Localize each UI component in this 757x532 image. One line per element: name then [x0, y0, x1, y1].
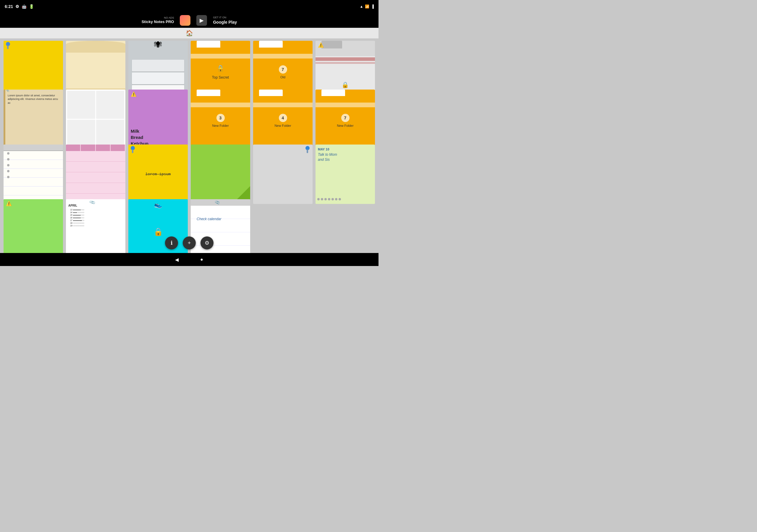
spider-icon: 🕷	[154, 41, 162, 49]
note-grid-white[interactable]	[66, 90, 125, 149]
note-green-torn[interactable]	[191, 144, 250, 204]
app-icon[interactable]	[180, 15, 191, 26]
settings-icon: ⚙	[15, 4, 19, 9]
pink-tab	[96, 144, 110, 151]
battery-icon: 🔋	[29, 4, 34, 9]
folder-label: Old	[280, 75, 285, 79]
hole	[335, 198, 337, 200]
cal-row: 19 ○○○○○○○○○	[68, 224, 84, 227]
info-button[interactable]: ℹ	[165, 236, 178, 250]
hole	[331, 198, 334, 200]
lock-icon: 🔒	[153, 227, 163, 236]
folder-stripe	[253, 54, 313, 59]
folder-new-3[interactable]: 3 New Folder	[191, 90, 250, 149]
cal-dots: ○○○○○○○○○	[73, 224, 84, 227]
home-button[interactable]: 🏠	[185, 28, 194, 38]
home-circle-button[interactable]: ●	[198, 256, 205, 263]
hole	[7, 176, 10, 178]
back-button[interactable]: ◀	[173, 256, 180, 263]
purple-text: Milk Bread Ketchup	[131, 128, 148, 147]
note-may[interactable]: MAY 10 Talk to Momand Sis	[316, 144, 375, 204]
cal-num: 19	[68, 224, 73, 227]
pink-tabs	[66, 144, 125, 151]
note-calendar[interactable]: 📎 APRIL 13 ●●●●●●○○○ 14 ●●●○○○○○○ 15 ●●●…	[66, 199, 125, 253]
cal-dots: ●●●○○○○○○	[73, 211, 84, 213]
folder-stripe	[191, 103, 250, 107]
google-play-label: Google Play	[213, 19, 237, 25]
hole	[317, 198, 320, 200]
get-it-on-label: GET IT ON	[213, 16, 226, 19]
folder-gray-tab-inner	[321, 41, 342, 48]
note-ruled[interactable]	[4, 144, 63, 204]
pink-line	[66, 183, 125, 193]
may-text: Talk to Momand Sis	[318, 152, 337, 162]
ruled-lines	[4, 151, 63, 204]
cal-dots: ●●●●●●○○○	[73, 217, 84, 219]
note-green-light[interactable]: ⚠️	[4, 199, 63, 253]
note-torn-text[interactable]: 📎 Lorem ipsum dolor sit amet, consectetu…	[4, 90, 63, 149]
pink-tab	[66, 144, 81, 151]
warning-icon: ⚠️	[318, 42, 324, 48]
hole	[328, 198, 330, 200]
promo-bar: NO ADS Sticky Notes PRO ▶ GET IT ON Goog…	[0, 13, 378, 28]
pin-container	[305, 146, 310, 150]
note-gray-pinned[interactable]	[253, 144, 313, 204]
promo-right: GET IT ON Google Play	[213, 16, 237, 25]
hole	[7, 164, 10, 166]
cal-num: 13	[68, 209, 73, 211]
folder-label: New Folder	[212, 124, 228, 127]
wifi-icon: ▲	[360, 4, 363, 9]
hole	[7, 158, 10, 161]
cal-row: 15 ●●●●●●○○○	[68, 214, 84, 216]
staple-icon: 📎	[6, 90, 9, 93]
cal-row: 13 ●●●●●●○○○	[68, 209, 84, 211]
note-purple[interactable]: ⚠️ Milk Bread Ketchup	[128, 90, 188, 149]
red-stripe-2	[316, 62, 375, 64]
hole	[7, 152, 10, 155]
cal-num: 16	[68, 217, 73, 219]
paper-sheet	[132, 60, 184, 72]
folder-new-4[interactable]: 4 New Folder	[253, 90, 313, 149]
pink-line	[66, 162, 125, 172]
grid-cell	[96, 120, 124, 148]
pin-icon	[6, 42, 10, 46]
strike-text: lorem ipsum	[145, 172, 171, 176]
battery-status-icon: ▐	[371, 4, 374, 9]
ruled-header	[191, 199, 250, 206]
pink-tab	[81, 144, 96, 151]
add-button[interactable]: +	[183, 236, 196, 250]
play-store-icon[interactable]: ▶	[197, 15, 207, 26]
note-pink-notebook[interactable]	[66, 144, 125, 204]
lock-container: 🔒	[316, 81, 375, 88]
note-yellow-strike[interactable]: lorem ipsum	[128, 144, 188, 204]
cal-row: 17 ●●●●●●●○○	[68, 219, 84, 222]
paperclip-icon: 📎	[89, 199, 96, 205]
paper-sheet	[132, 73, 184, 84]
folder-label: Top Secret	[212, 75, 229, 79]
folder-new-7[interactable]: 7 New Folder	[316, 90, 375, 149]
rule-line	[4, 169, 63, 178]
hole	[324, 198, 327, 200]
holes	[7, 152, 10, 178]
folder-number: 7	[279, 65, 287, 74]
folder-stripe	[191, 54, 250, 59]
grid-cell	[67, 120, 95, 148]
hole	[339, 198, 341, 200]
hole	[7, 170, 10, 172]
rule-line	[4, 160, 63, 169]
grid-cell	[67, 91, 95, 119]
warning-icon: ⚠️	[6, 201, 12, 206]
cal-row: 16 ●●●●●●○○○	[68, 217, 84, 219]
notes-grid: 🕷 🔒 Top Secret 7 Old ⚠️ 🔒	[0, 39, 378, 253]
folder-number: 7	[341, 114, 349, 122]
hole	[321, 198, 323, 200]
folder-number: 4	[279, 114, 287, 122]
cal-num: 14	[68, 211, 73, 213]
torn-text: Lorem ipsum dolor sit amet, consectetur …	[8, 94, 61, 105]
settings-button[interactable]: ⚙	[200, 236, 214, 250]
folder-label: New Folder	[274, 124, 291, 127]
cal-dots: ●●●●●●○○○	[73, 214, 84, 216]
lock-icon: 🔒	[342, 81, 349, 88]
shoe-icon: 👟	[154, 201, 162, 209]
cal-num: 18	[68, 222, 73, 224]
